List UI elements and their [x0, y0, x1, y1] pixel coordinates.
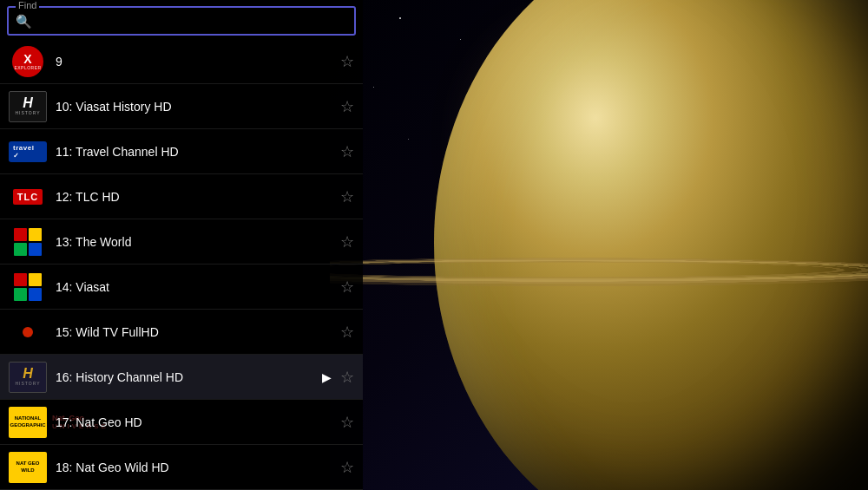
favorite-star-16[interactable]: ☆ [340, 368, 354, 387]
search-container: Find 🔍 [7, 6, 356, 36]
favorite-star-15[interactable]: ☆ [340, 323, 354, 342]
find-label: Find [16, 0, 39, 10]
favorite-star-14[interactable]: ☆ [340, 278, 354, 297]
channel-item-9[interactable]: X EXPLORER 9 ☆ [0, 39, 363, 84]
channel-name-15: 15: Wild TV FullHD [56, 325, 340, 339]
channel-item-11[interactable]: travel ✓ 11: Travel Channel HD ☆ [0, 129, 363, 174]
favorite-star-18[interactable]: ☆ [340, 458, 354, 477]
sidebar: Find 🔍 X EXPLORER 9 ☆ H HISTORY [0, 0, 363, 490]
favorite-star-11[interactable]: ☆ [340, 142, 354, 161]
channel-logo-13 [9, 226, 47, 258]
channel-logo-10: H HISTORY [9, 91, 47, 122]
channel-logo-12: TLC [9, 181, 47, 212]
channel-item-16[interactable]: H HISTORY 16: History Channel HD ▶ ☆ [0, 355, 363, 400]
channel-item-15[interactable]: 15: Wild TV FullHD ☆ [0, 310, 363, 355]
channel-logo-18: NAT GEOWILD [9, 452, 47, 483]
channel-item-14[interactable]: 14: Viasat ☆ [0, 265, 363, 310]
channel-item-13[interactable]: 13: The World ☆ [0, 219, 363, 265]
channel-name-17: 17: Nat Geo HD [56, 415, 340, 429]
channel-logo-16: H HISTORY [9, 362, 47, 393]
channel-logo-9: X EXPLORER [9, 46, 47, 77]
channel-name-13: 13: The World [56, 235, 340, 249]
channel-list: X EXPLORER 9 ☆ H HISTORY 10: Viasat Hist… [0, 39, 363, 490]
channel-name-14: 14: Viasat [56, 280, 340, 294]
favorite-star-17[interactable]: ☆ [340, 413, 354, 432]
channel-logo-17: NATIONALGEOGRAPHIC [9, 407, 47, 438]
saturn-planet [434, 0, 868, 490]
channel-item-10[interactable]: H HISTORY 10: Viasat History HD ☆ [0, 84, 363, 129]
channel-logo-11: travel ✓ [9, 136, 47, 167]
channel-logo-15 [9, 317, 47, 348]
favorite-star-9[interactable]: ☆ [340, 52, 354, 71]
favorite-star-12[interactable]: ☆ [340, 187, 354, 206]
search-input[interactable] [37, 15, 347, 29]
channel-item-18[interactable]: NAT GEOWILD 18: Nat Geo Wild HD ☆ [0, 445, 363, 490]
favorite-star-10[interactable]: ☆ [340, 97, 354, 116]
channel-name-11: 11: Travel Channel HD [56, 145, 340, 159]
channel-item-17[interactable]: Nat. Geo UNIVERSE NATIONALGEOGRAPHIC 17:… [0, 400, 363, 445]
channel-name-18: 18: Nat Geo Wild HD [56, 461, 340, 474]
channel-name-16: 16: History Channel HD [56, 370, 322, 384]
play-icon-16: ▶ [322, 370, 332, 384]
favorite-star-13[interactable]: ☆ [340, 232, 354, 252]
channel-name-10: 10: Viasat History HD [56, 100, 340, 114]
channel-logo-14 [9, 271, 47, 303]
channel-name-12: 12: TLC HD [56, 190, 340, 204]
background [330, 0, 868, 490]
channel-item-12[interactable]: TLC 12: TLC HD ☆ [0, 174, 363, 219]
channel-name-9: 9 [56, 55, 340, 69]
search-icon: 🔍 [16, 14, 32, 29]
